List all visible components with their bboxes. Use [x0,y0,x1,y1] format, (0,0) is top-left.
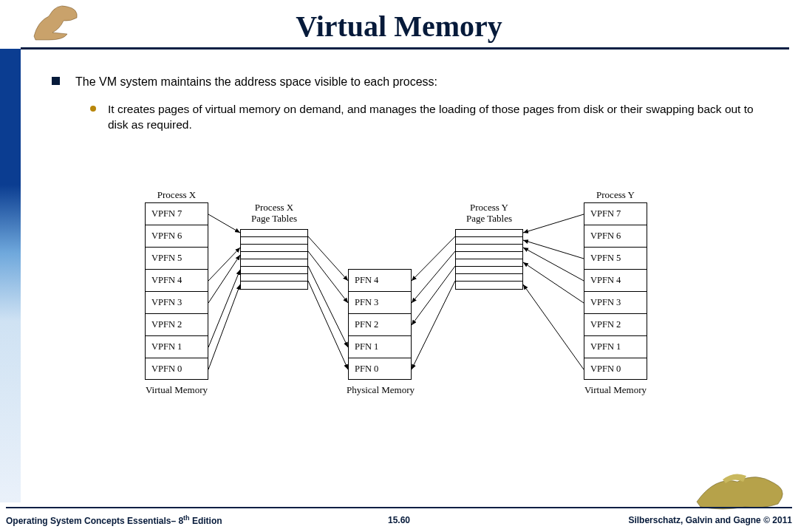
caption-vm-y: Virtual Memory [578,384,653,396]
cell-vpfn: VPFN 7 [584,202,647,225]
cell-vpfn: VPFN 5 [584,247,647,269]
square-bullet-icon [52,77,60,85]
cell-pfn: PFN 2 [348,313,412,335]
cell-pfn: PFN 4 [348,269,412,291]
svg-line-10 [412,251,455,303]
cell-vpfn: VPFN 3 [145,291,208,313]
content-area: The VM system maintains the address spac… [52,74,776,132]
label-process-x: Process X [145,189,208,201]
cell-vpfn: VPFN 0 [145,358,208,380]
round-bullet-icon [90,106,96,112]
cell-vpfn: VPFN 0 [584,358,647,380]
footer-left-a: Operating System Concepts Essentials– 8 [6,516,183,526]
cell-vpfn: VPFN 1 [584,335,647,358]
cell-vpfn: VPFN 2 [584,313,647,335]
svg-line-2 [208,255,240,303]
cell-vpfn: VPFN 1 [145,335,208,358]
footer: Operating System Concepts Essentials– 8t… [6,507,792,528]
cell-vpfn: VPFN 5 [145,247,208,269]
caption-pm: Physical Memory [340,384,421,396]
svg-line-1 [208,248,240,281]
dinosaur-bottom-icon [693,468,789,513]
pagetable-y [455,229,523,290]
cell-vpfn: VPFN 6 [145,225,208,247]
stack-physical: PFN 4 PFN 3 PFN 2 PFN 1 PFN 0 [348,269,412,380]
cell-vpfn: VPFN 6 [584,225,647,247]
footer-right: Silberschatz, Galvin and Gagne © 2011 [628,515,792,525]
svg-line-12 [412,281,455,369]
svg-line-17 [523,284,584,369]
cell-vpfn: VPFN 3 [584,291,647,313]
cell-pfn: PFN 3 [348,291,412,313]
svg-line-13 [523,214,584,233]
stack-process-x: VPFN 7 VPFN 6 VPFN 5 VPFN 4 VPFN 3 VPFN … [145,202,208,380]
footer-left-sup: th [183,514,190,522]
footer-left-b: Edition [190,516,222,526]
svg-line-4 [208,284,240,369]
label-py-pagetables: Process Y Page Tables [455,202,523,225]
footer-left: Operating System Concepts Essentials– 8t… [6,514,222,526]
svg-line-8 [308,281,348,369]
bullet1-text: The VM system maintains the address spac… [75,75,437,88]
footer-center: 15.60 [388,515,410,525]
svg-line-7 [308,266,348,347]
svg-line-11 [412,266,455,325]
page-title: Virtual Memory [0,9,798,44]
title-underline [21,47,789,50]
stack-process-y: VPFN 7 VPFN 6 VPFN 5 VPFN 4 VPFN 3 VPFN … [584,202,647,380]
svg-line-15 [523,248,584,281]
svg-line-14 [523,240,584,259]
cell-vpfn: VPFN 2 [145,313,208,335]
pagetable-x [240,229,308,290]
cell-vpfn: VPFN 4 [584,269,647,291]
svg-line-0 [208,214,240,233]
caption-vm-x: Virtual Memory [139,384,214,396]
cell-vpfn: VPFN 7 [145,202,208,225]
cell-pfn: PFN 1 [348,335,412,358]
vm-diagram: Process X Process X Page Tables Process … [0,198,798,442]
bullet-level2: It creates pages of virtual memory on de… [90,102,776,133]
cell-vpfn: VPFN 4 [145,269,208,291]
label-px-pagetables: Process X Page Tables [240,202,308,225]
svg-line-6 [308,251,348,303]
svg-line-16 [523,262,584,303]
bullet-level1: The VM system maintains the address spac… [52,74,776,90]
svg-line-9 [412,236,455,281]
svg-line-3 [208,270,240,347]
svg-line-5 [308,236,348,281]
label-process-y: Process Y [584,189,647,201]
bullet2-text: It creates pages of virtual memory on de… [108,103,754,131]
cell-pfn: PFN 0 [348,358,412,380]
